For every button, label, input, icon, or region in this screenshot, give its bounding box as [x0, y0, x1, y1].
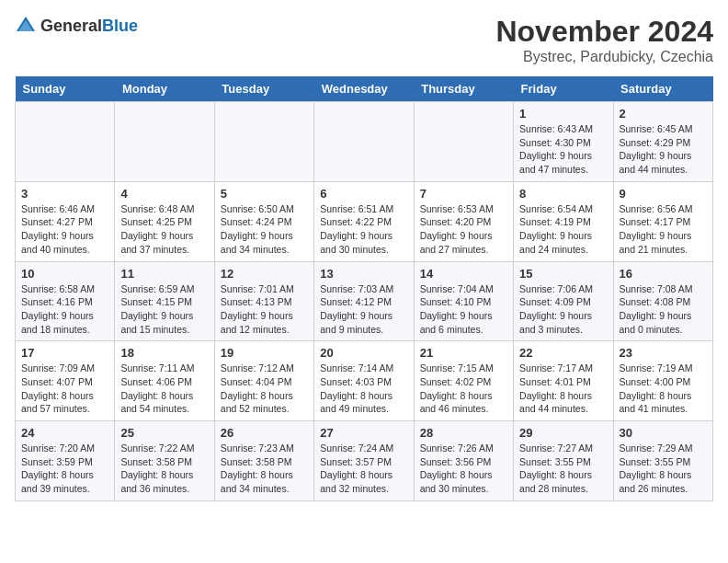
calendar-week-row: 17Sunrise: 7:09 AM Sunset: 4:07 PM Dayli…	[16, 341, 713, 421]
day-number: 3	[21, 187, 108, 201]
day-info: Sunrise: 6:51 AM Sunset: 4:22 PM Dayligh…	[320, 202, 407, 257]
calendar-cell	[414, 102, 513, 182]
calendar-cell	[214, 102, 313, 182]
header-friday: Friday	[514, 76, 613, 102]
day-info: Sunrise: 7:04 AM Sunset: 4:10 PM Dayligh…	[420, 282, 507, 337]
day-info: Sunrise: 7:08 AM Sunset: 4:08 PM Dayligh…	[620, 282, 707, 337]
calendar-cell: 8Sunrise: 6:54 AM Sunset: 4:19 PM Daylig…	[514, 181, 613, 261]
day-number: 10	[21, 267, 108, 281]
day-number: 12	[221, 267, 308, 281]
day-info: Sunrise: 7:14 AM Sunset: 4:03 PM Dayligh…	[320, 362, 407, 416]
day-info: Sunrise: 6:50 AM Sunset: 4:24 PM Dayligh…	[221, 202, 308, 257]
day-number: 6	[320, 187, 407, 201]
calendar-cell: 30Sunrise: 7:29 AM Sunset: 3:55 PM Dayli…	[613, 421, 712, 501]
day-info: Sunrise: 6:48 AM Sunset: 4:25 PM Dayligh…	[120, 202, 208, 257]
calendar-cell: 23Sunrise: 7:19 AM Sunset: 4:00 PM Dayli…	[613, 341, 712, 421]
logo-text-general: General	[40, 17, 102, 35]
calendar-cell: 21Sunrise: 7:15 AM Sunset: 4:02 PM Dayli…	[414, 341, 513, 421]
day-info: Sunrise: 7:20 AM Sunset: 3:59 PM Dayligh…	[21, 442, 108, 496]
calendar-cell: 16Sunrise: 7:08 AM Sunset: 4:08 PM Dayli…	[613, 261, 712, 341]
calendar-cell: 5Sunrise: 6:50 AM Sunset: 4:24 PM Daylig…	[214, 181, 313, 261]
calendar-cell	[16, 102, 115, 182]
day-number: 16	[620, 267, 707, 281]
day-info: Sunrise: 6:43 AM Sunset: 4:30 PM Dayligh…	[519, 122, 607, 177]
day-info: Sunrise: 7:24 AM Sunset: 3:57 PM Dayligh…	[320, 442, 407, 496]
day-info: Sunrise: 7:26 AM Sunset: 3:56 PM Dayligh…	[420, 442, 507, 496]
calendar-cell: 7Sunrise: 6:53 AM Sunset: 4:20 PM Daylig…	[414, 181, 513, 261]
day-info: Sunrise: 7:01 AM Sunset: 4:13 PM Dayligh…	[221, 282, 308, 337]
day-number: 22	[519, 346, 607, 360]
day-number: 19	[221, 346, 308, 360]
day-info: Sunrise: 7:22 AM Sunset: 3:58 PM Dayligh…	[120, 442, 208, 496]
calendar-cell: 15Sunrise: 7:06 AM Sunset: 4:09 PM Dayli…	[514, 261, 613, 341]
calendar-cell: 27Sunrise: 7:24 AM Sunset: 3:57 PM Dayli…	[314, 421, 414, 501]
calendar-cell: 13Sunrise: 7:03 AM Sunset: 4:12 PM Dayli…	[314, 261, 414, 341]
day-info: Sunrise: 7:23 AM Sunset: 3:58 PM Dayligh…	[221, 442, 308, 496]
day-number: 15	[519, 267, 607, 281]
day-number: 30	[620, 426, 707, 440]
day-number: 24	[21, 426, 108, 440]
day-info: Sunrise: 7:15 AM Sunset: 4:02 PM Dayligh…	[420, 362, 507, 416]
calendar-cell: 10Sunrise: 6:58 AM Sunset: 4:16 PM Dayli…	[16, 261, 115, 341]
day-number: 23	[620, 346, 707, 360]
day-number: 20	[320, 346, 407, 360]
calendar-cell: 17Sunrise: 7:09 AM Sunset: 4:07 PM Dayli…	[16, 341, 115, 421]
calendar-week-row: 10Sunrise: 6:58 AM Sunset: 4:16 PM Dayli…	[16, 261, 713, 341]
calendar-cell: 29Sunrise: 7:27 AM Sunset: 3:55 PM Dayli…	[514, 421, 613, 501]
day-number: 26	[221, 426, 308, 440]
calendar-cell: 18Sunrise: 7:11 AM Sunset: 4:06 PM Dayli…	[115, 341, 214, 421]
day-info: Sunrise: 6:46 AM Sunset: 4:27 PM Dayligh…	[21, 202, 108, 257]
calendar-cell	[314, 102, 414, 182]
day-info: Sunrise: 7:03 AM Sunset: 4:12 PM Dayligh…	[320, 282, 407, 337]
day-info: Sunrise: 7:19 AM Sunset: 4:00 PM Dayligh…	[620, 362, 707, 416]
logo: GeneralBlue	[15, 15, 138, 37]
day-info: Sunrise: 6:58 AM Sunset: 4:16 PM Dayligh…	[21, 282, 108, 337]
calendar-cell: 14Sunrise: 7:04 AM Sunset: 4:10 PM Dayli…	[414, 261, 513, 341]
day-info: Sunrise: 7:29 AM Sunset: 3:55 PM Dayligh…	[620, 442, 707, 496]
day-info: Sunrise: 7:11 AM Sunset: 4:06 PM Dayligh…	[120, 362, 208, 416]
calendar-cell	[115, 102, 214, 182]
day-number: 27	[320, 426, 407, 440]
day-info: Sunrise: 7:27 AM Sunset: 3:55 PM Dayligh…	[519, 442, 607, 496]
day-number: 21	[420, 346, 507, 360]
day-info: Sunrise: 7:06 AM Sunset: 4:09 PM Dayligh…	[519, 282, 607, 337]
day-number: 8	[519, 187, 607, 201]
header-sunday: Sunday	[16, 76, 115, 102]
calendar-cell: 11Sunrise: 6:59 AM Sunset: 4:15 PM Dayli…	[115, 261, 214, 341]
calendar-cell: 19Sunrise: 7:12 AM Sunset: 4:04 PM Dayli…	[214, 341, 313, 421]
title-area: November 2024 Bystrec, Pardubicky, Czech…	[495, 15, 713, 65]
logo-text-blue: Blue	[102, 17, 138, 35]
header-thursday: Thursday	[414, 76, 513, 102]
day-number: 28	[420, 426, 507, 440]
day-number: 1	[519, 107, 607, 121]
calendar-header-row: SundayMondayTuesdayWednesdayThursdayFrid…	[16, 76, 713, 102]
calendar-cell: 20Sunrise: 7:14 AM Sunset: 4:03 PM Dayli…	[314, 341, 414, 421]
day-number: 17	[21, 346, 108, 360]
header: GeneralBlue November 2024 Bystrec, Pardu…	[15, 15, 713, 65]
calendar-cell: 25Sunrise: 7:22 AM Sunset: 3:58 PM Dayli…	[115, 421, 214, 501]
day-number: 14	[420, 267, 507, 281]
calendar-cell: 28Sunrise: 7:26 AM Sunset: 3:56 PM Dayli…	[414, 421, 513, 501]
day-info: Sunrise: 6:54 AM Sunset: 4:19 PM Dayligh…	[519, 202, 607, 257]
location-subtitle: Bystrec, Pardubicky, Czechia	[495, 49, 713, 65]
header-saturday: Saturday	[613, 76, 712, 102]
day-number: 29	[519, 426, 607, 440]
calendar-cell: 12Sunrise: 7:01 AM Sunset: 4:13 PM Dayli…	[214, 261, 313, 341]
calendar-cell: 22Sunrise: 7:17 AM Sunset: 4:01 PM Dayli…	[514, 341, 613, 421]
calendar-week-row: 24Sunrise: 7:20 AM Sunset: 3:59 PM Dayli…	[16, 421, 713, 501]
header-wednesday: Wednesday	[314, 76, 414, 102]
calendar-cell: 9Sunrise: 6:56 AM Sunset: 4:17 PM Daylig…	[613, 181, 712, 261]
day-info: Sunrise: 6:59 AM Sunset: 4:15 PM Dayligh…	[120, 282, 208, 337]
calendar-cell: 26Sunrise: 7:23 AM Sunset: 3:58 PM Dayli…	[214, 421, 313, 501]
calendar-cell: 1Sunrise: 6:43 AM Sunset: 4:30 PM Daylig…	[514, 102, 613, 182]
day-info: Sunrise: 6:56 AM Sunset: 4:17 PM Dayligh…	[620, 202, 707, 257]
calendar-week-row: 1Sunrise: 6:43 AM Sunset: 4:30 PM Daylig…	[16, 102, 713, 182]
header-monday: Monday	[115, 76, 214, 102]
day-number: 13	[320, 267, 407, 281]
calendar-cell: 6Sunrise: 6:51 AM Sunset: 4:22 PM Daylig…	[314, 181, 414, 261]
calendar-cell: 24Sunrise: 7:20 AM Sunset: 3:59 PM Dayli…	[16, 421, 115, 501]
day-number: 5	[221, 187, 308, 201]
day-number: 2	[620, 107, 707, 121]
month-title: November 2024	[495, 15, 713, 49]
day-number: 4	[120, 187, 208, 201]
